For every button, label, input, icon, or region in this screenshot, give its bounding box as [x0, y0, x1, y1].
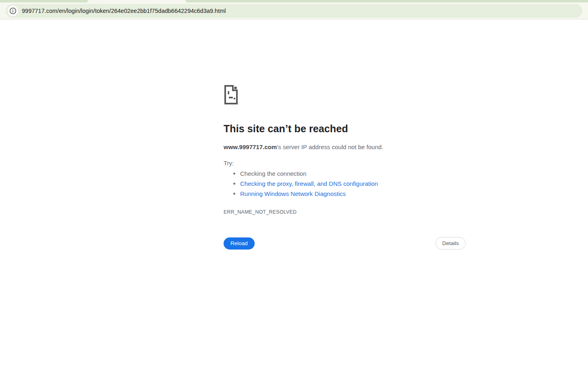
windows-network-diagnostics-link[interactable]: Running Windows Network Diagnostics	[240, 190, 346, 197]
error-domain: www.9997717.com	[224, 144, 277, 150]
try-label: Try:	[224, 159, 466, 167]
error-content: This site can’t be reached www.9997717.c…	[224, 85, 466, 250]
sad-file-icon	[224, 85, 239, 104]
proxy-firewall-dns-link[interactable]: Checking the proxy, firewall, and DNS co…	[240, 180, 378, 187]
reload-button[interactable]: Reload	[224, 237, 255, 250]
suggestion-text: Checking the connection	[240, 170, 306, 177]
error-page: This site can’t be reached www.9997717.c…	[0, 19, 588, 387]
browser-chrome: 9997717.com/en/login/login/token/264e02e…	[0, 0, 588, 19]
suggestion-proxy-firewall-dns: Checking the proxy, firewall, and DNS co…	[240, 180, 466, 187]
active-tab[interactable]	[87, 0, 186, 2]
action-buttons: Reload Details	[224, 237, 466, 250]
suggestions-list: Checking the connection Checking the pro…	[224, 170, 466, 198]
error-message-rest: ’s server IP address could not be found.	[277, 144, 383, 150]
error-message: www.9997717.com’s server IP address coul…	[224, 143, 466, 151]
info-icon	[9, 7, 17, 15]
details-button[interactable]: Details	[435, 237, 466, 250]
error-title: This site can’t be reached	[224, 123, 466, 134]
tab-strip	[0, 0, 588, 2]
browser-toolbar: 9997717.com/en/login/login/token/264e02e…	[0, 2, 588, 19]
suggestion-network-diagnostics: Running Windows Network Diagnostics	[240, 190, 466, 198]
error-code: ERR_NAME_NOT_RESOLVED	[224, 209, 466, 215]
suggestion-checking-connection: Checking the connection	[240, 170, 466, 177]
url-text: 9997717.com/en/login/login/token/264e02e…	[22, 8, 226, 14]
url-bar[interactable]: 9997717.com/en/login/login/token/264e02e…	[6, 4, 582, 18]
site-info-button[interactable]	[8, 6, 18, 16]
